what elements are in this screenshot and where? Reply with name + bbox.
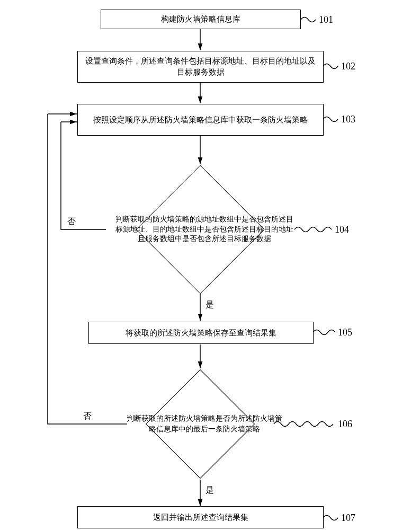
step-105-text: 将获取的所述防火墙策略保存至查询结果集 (126, 328, 276, 339)
label-no-106: 否 (83, 411, 92, 422)
flowchart-canvas: 构建防火墙策略信息库 101 设置查询条件，所述查询条件包括目标源地址、目标目的… (0, 0, 420, 530)
step-104-num: 104 (335, 224, 349, 235)
step-105-box: 将获取的所述防火墙策略保存至查询结果集 (88, 322, 314, 344)
step-107-num: 107 (341, 513, 355, 524)
step-105-num: 105 (338, 327, 352, 338)
step-103-num: 103 (341, 114, 355, 125)
label-yes-104: 是 (205, 299, 214, 311)
step-106-text-wrap: 判断获取的所述防火墙策略是否为所述防火墙策略信息库中的最后一条防火墙策略 (121, 403, 288, 445)
step-106-num: 106 (338, 419, 352, 430)
step-101-text: 构建防火墙策略信息库 (161, 14, 240, 25)
step-102-text: 设置查询条件，所述查询条件包括目标源地址、目标目的地址以及目标服务数据 (82, 56, 319, 78)
step-101-box: 构建防火墙策略信息库 (101, 10, 301, 29)
step-104-text: 判断获取的防火墙策略的源地址数组中是否包含所述目标源地址、目的地址数组中是否包含… (115, 215, 293, 245)
step-106-text: 判断获取的所述防火墙策略是否为所述防火墙策略信息库中的最后一条防火墙策略 (125, 413, 284, 434)
step-103-box: 按照设定顺序从所述防火墙策略信息库中获取一条防火墙策略 (77, 104, 324, 136)
step-101-num: 101 (319, 14, 333, 25)
label-no-104: 否 (67, 216, 76, 227)
step-103-text: 按照设定顺序从所述防火墙策略信息库中获取一条防火墙策略 (93, 114, 308, 126)
step-104-text-wrap: 判断获取的防火墙策略的源地址数组中是否包含所述目标源地址、目的地址数组中是否包含… (111, 196, 298, 263)
step-107-text: 返回并输出所述查询结果集 (153, 512, 248, 523)
label-yes-106: 是 (205, 485, 214, 496)
step-102-box: 设置查询条件，所述查询条件包括目标源地址、目标目的地址以及目标服务数据 (77, 51, 324, 83)
step-102-num: 102 (341, 61, 355, 72)
step-107-box: 返回并输出所述查询结果集 (77, 506, 324, 528)
